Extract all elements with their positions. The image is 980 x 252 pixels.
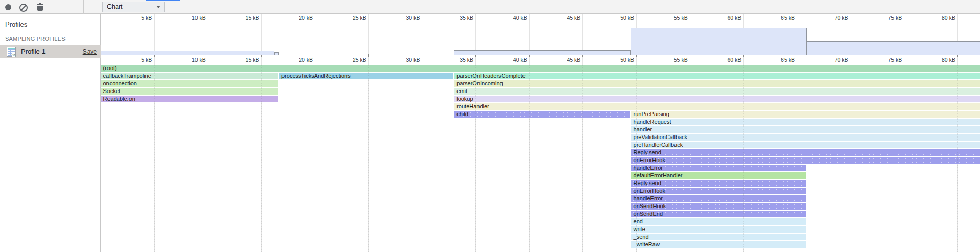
sidebar-item-profile-1[interactable]: % Profile 1 Save <box>0 45 101 58</box>
flame-block-onErrorHook[interactable]: onErrorHook <box>631 188 806 194</box>
flame-block-runPreParsing[interactable]: runPreParsing <box>631 111 980 118</box>
record-icon[interactable] <box>5 4 11 10</box>
overview-ruler-label: 5 kB <box>111 15 152 21</box>
flame-block-root[interactable]: (root) <box>101 65 980 72</box>
flame-block-_send[interactable]: _send <box>631 234 806 240</box>
ruler-tick <box>475 54 476 57</box>
flame-block-routeHandler[interactable]: routeHandler <box>454 103 980 110</box>
flame-block-handler[interactable]: handler <box>631 126 980 133</box>
ruler-tick <box>690 54 690 57</box>
tab-indicator <box>146 0 180 1</box>
ruler-tick <box>154 54 155 57</box>
trash-lid <box>37 4 43 5</box>
flame-ruler-label: 5 kB <box>111 57 152 63</box>
flame-block-Reply.send[interactable]: Reply.send <box>631 149 980 156</box>
overview-memory-graph-segment[interactable] <box>807 41 980 55</box>
overview-ruler-label: 75 kB <box>861 15 902 21</box>
flame-ruler-label: 30 kB <box>379 57 420 63</box>
grid-line <box>582 14 583 252</box>
flame-block-preValidationCallback[interactable]: preValidationCallback <box>631 134 980 141</box>
flame-block-Reply.send[interactable]: Reply.send <box>631 180 806 187</box>
sampling-profile-icon: % <box>7 47 16 57</box>
trash-icon[interactable] <box>37 3 43 11</box>
chart-view-select[interactable]: Chart <box>102 2 165 12</box>
ruler-tick <box>957 54 958 57</box>
ruler-tick <box>422 54 422 57</box>
grid-line <box>315 14 315 252</box>
ruler-tick <box>797 54 797 57</box>
chevron-down-icon <box>156 6 160 8</box>
flame-block-onSendHook[interactable]: onSendHook <box>631 203 806 210</box>
flame-ruler-label: 40 kB <box>486 57 527 63</box>
ruler-tick <box>582 54 583 57</box>
grid-line <box>475 14 476 252</box>
flame-block-_writeRaw[interactable]: _writeRaw <box>631 241 806 248</box>
ruler-tick <box>529 54 530 57</box>
flame-block-callbackTrampoline[interactable]: callbackTrampoline <box>101 73 278 79</box>
flame-ruler-label: 35 kB <box>432 57 473 63</box>
flame-block-defaultErrorHandler[interactable]: defaultErrorHandler <box>631 172 806 179</box>
ruler-tick <box>851 54 851 57</box>
overview-memory-graph-segment[interactable] <box>631 28 807 55</box>
toolbar-separator <box>32 3 32 11</box>
ruler-tick <box>904 54 904 57</box>
profile-name: Profile 1 <box>21 48 46 55</box>
chart-view-select-value: Chart <box>107 3 123 10</box>
flame-chart-canvas[interactable]: 5 kB5 kB10 kB10 kB15 kB15 kB20 kB20 kB25… <box>0 0 980 252</box>
flame-block-handleRequest[interactable]: handleRequest <box>631 119 980 125</box>
overview-ruler-label: 25 kB <box>325 15 366 21</box>
flame-block-Socket[interactable]: Socket <box>101 88 278 95</box>
sampling-profiles-section-label: SAMPLING PROFILES <box>5 36 66 42</box>
flame-block-child[interactable]: child <box>454 111 630 118</box>
trash-body <box>37 6 43 11</box>
flame-ruler-label: 45 kB <box>539 57 580 63</box>
overview-ruler-label: 20 kB <box>272 15 313 21</box>
overview-ruler-label: 15 kB <box>218 15 259 21</box>
flame-block-handleError[interactable]: handleError <box>631 195 806 202</box>
grid-line <box>208 14 208 252</box>
sidebar: Profiles SAMPLING PROFILES % Profile 1 S… <box>0 14 101 252</box>
overview-ruler-label: 70 kB <box>808 15 848 21</box>
flame-block-processTicksAndRejections[interactable]: processTicksAndRejections <box>279 73 453 79</box>
flame-block-lookup[interactable]: lookup <box>454 96 980 102</box>
overview-memory-graph-segment[interactable] <box>101 51 274 55</box>
ruler-tick <box>208 54 208 57</box>
ruler-tick <box>315 54 315 57</box>
flame-ruler-label: 75 kB <box>861 57 902 63</box>
flame-ruler-label: 10 kB <box>165 57 206 63</box>
grid-line <box>904 14 904 252</box>
overview-ruler-label: 50 kB <box>593 15 634 21</box>
profiles-heading: Profiles <box>5 20 27 28</box>
flame-block-parserOnIncoming[interactable]: parserOnIncoming <box>454 80 980 87</box>
flame-block-emit[interactable]: emit <box>454 88 980 95</box>
grid-line <box>957 14 958 252</box>
flame-block-write_[interactable]: write_ <box>631 226 806 233</box>
flame-ruler-label: 15 kB <box>218 57 259 63</box>
flame-block-onErrorHook[interactable]: onErrorHook <box>631 157 980 164</box>
profile-icon-percent: % <box>12 53 15 57</box>
flame-ruler-label: 20 kB <box>272 57 313 63</box>
flame-block-end[interactable]: end <box>631 218 806 225</box>
flame-grid-dash <box>368 65 369 252</box>
overview-memory-graph-segment[interactable] <box>274 52 279 55</box>
grid-line <box>154 14 155 252</box>
save-link[interactable]: Save <box>83 48 97 55</box>
flame-block-handleError[interactable]: handleError <box>631 165 806 171</box>
flame-ruler-label: 70 kB <box>808 57 848 63</box>
overview-memory-graph-segment[interactable] <box>454 50 630 55</box>
flame-ruler-label: 60 kB <box>700 57 741 63</box>
flame-block-onSendEnd[interactable]: onSendEnd <box>631 211 806 217</box>
clear-all-icon[interactable] <box>19 4 28 12</box>
flame-block-parserOnHeadersComplete[interactable]: parserOnHeadersComplete <box>454 73 980 79</box>
flame-block-onconnection[interactable]: onconnection <box>101 80 278 87</box>
flame-block-Readable.on[interactable]: Readable.on <box>101 96 278 102</box>
grid-line <box>422 14 422 252</box>
flame-block-preHandlerCallback[interactable]: preHandlerCallback <box>631 142 980 148</box>
overview-ruler-label: 45 kB <box>539 15 580 21</box>
sidebar-divider <box>0 32 101 32</box>
overview-ruler-label: 35 kB <box>432 15 473 21</box>
toolbar: Chart <box>0 0 980 14</box>
flame-ruler-label: 80 kB <box>914 57 955 63</box>
overview-ruler-label: 55 kB <box>647 15 688 21</box>
overview-ruler-label: 10 kB <box>165 15 206 21</box>
